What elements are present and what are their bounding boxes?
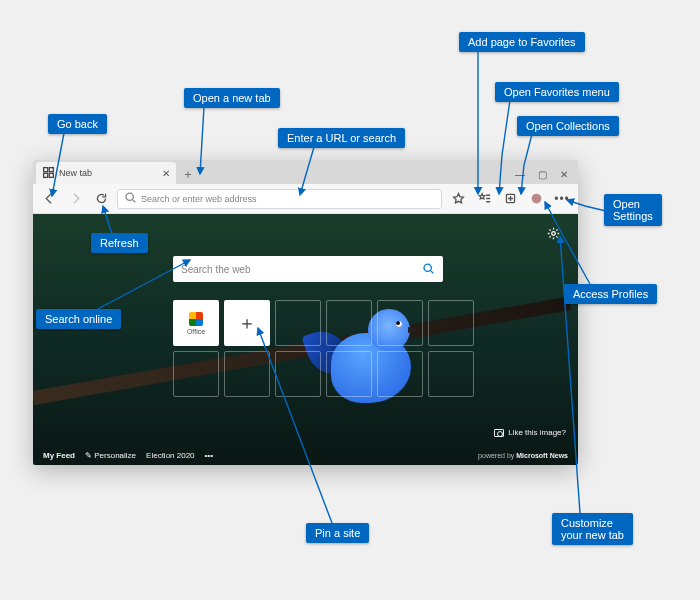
refresh-button[interactable] [91,189,111,209]
settings-menu-button[interactable]: ••• [552,189,572,209]
back-arrow-icon [43,192,56,205]
tile-empty[interactable] [326,351,372,397]
svg-point-6 [531,194,541,204]
callout-collections: Open Collections [517,116,619,136]
close-window-icon[interactable]: ✕ [558,168,570,180]
svg-rect-0 [44,167,48,171]
star-icon [452,192,465,205]
search-icon [124,191,137,206]
tile-empty[interactable] [224,351,270,397]
like-image-label: Like this image? [508,428,566,437]
svg-point-4 [126,193,133,200]
svg-point-8 [424,264,431,271]
callout-pin: Pin a site [306,523,369,543]
forward-arrow-icon [69,192,82,205]
tile-empty[interactable] [173,351,219,397]
web-search-box[interactable]: Search the web [173,256,443,282]
tile-empty[interactable] [377,351,423,397]
feed-election[interactable]: Election 2020 [146,451,194,460]
back-button[interactable] [39,189,59,209]
forward-button[interactable] [65,189,85,209]
callout-search-online: Search online [36,309,121,329]
svg-rect-3 [49,173,53,177]
like-image-link[interactable]: Like this image? [494,428,566,437]
feed-more[interactable]: ••• [205,451,213,460]
tile-empty[interactable] [377,300,423,346]
tile-office[interactable]: Office [173,300,219,346]
tile-empty[interactable] [428,300,474,346]
new-tab-button[interactable]: ＋ [178,164,198,184]
profile-button[interactable] [526,189,546,209]
tab-favicon [42,166,55,181]
address-bar[interactable]: Search or enter web address [117,189,442,209]
avatar-icon [530,192,543,205]
powered-by: powered by Microsoft News [478,452,568,459]
collections-button[interactable] [500,189,520,209]
camera-icon [494,429,504,437]
plus-icon: ＋ [238,311,256,335]
feed-bar: My Feed ✎ Personalize Election 2020 ••• … [33,445,578,465]
web-search-placeholder: Search the web [181,264,251,275]
callout-url: Enter a URL or search [278,128,405,148]
tile-empty[interactable] [275,351,321,397]
feed-my-feed[interactable]: My Feed [43,451,75,460]
favorites-menu-button[interactable] [474,189,494,209]
tab-new-tab[interactable]: New tab ✕ [36,162,176,184]
office-icon [189,312,203,326]
callout-add-fav: Add page to Favorites [459,32,585,52]
callout-go-back: Go back [48,114,107,134]
minimize-icon[interactable]: ― [514,168,526,180]
svg-point-7 [552,232,556,236]
quick-links-grid: Office ＋ [173,300,474,397]
callout-new-tab: Open a new tab [184,88,280,108]
tile-add-site[interactable]: ＋ [224,300,270,346]
tile-empty[interactable] [275,300,321,346]
customize-button[interactable] [547,226,560,244]
tab-title: New tab [59,168,92,178]
callout-settings: Open Settings [604,194,662,226]
svg-rect-2 [44,173,48,177]
tile-label: Office [187,328,205,335]
svg-rect-1 [49,167,53,171]
callout-customize: Customize your new tab [552,513,633,545]
callout-fav-menu: Open Favorites menu [495,82,619,102]
tab-close-icon[interactable]: ✕ [162,168,170,179]
tile-empty[interactable] [326,300,372,346]
gear-icon [547,227,560,240]
address-placeholder: Search or enter web address [141,194,257,204]
tile-empty[interactable] [428,351,474,397]
collections-icon [504,192,517,205]
tab-strip: New tab ✕ ＋ ― ▢ ✕ [33,160,578,184]
feed-personalize[interactable]: ✎ Personalize [85,451,136,460]
window-controls: ― ▢ ✕ [514,168,578,184]
refresh-icon [95,192,108,205]
callout-refresh: Refresh [91,233,148,253]
maximize-icon[interactable]: ▢ [536,168,548,180]
toolbar: Search or enter web address ••• [33,184,578,214]
add-favorite-button[interactable] [448,189,468,209]
search-submit-icon[interactable] [422,262,435,277]
callout-profiles: Access Profiles [564,284,657,304]
more-icon: ••• [554,192,570,206]
star-list-icon [478,192,491,205]
